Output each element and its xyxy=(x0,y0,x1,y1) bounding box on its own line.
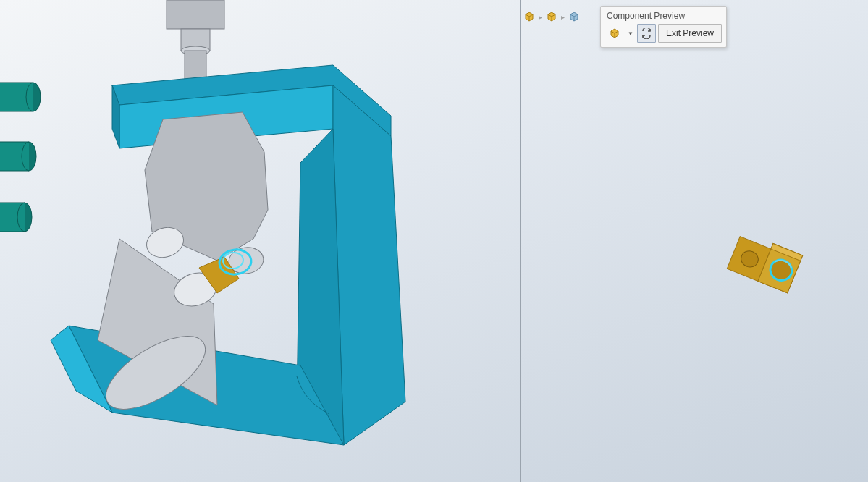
assembly-model[interactable] xyxy=(0,0,520,482)
component-preview-viewport[interactable]: ▸ ▸ Component Preview ▼ xyxy=(521,0,868,482)
pin-1[interactable] xyxy=(0,83,41,111)
preview-part[interactable] xyxy=(521,0,868,482)
svg-rect-4 xyxy=(0,142,29,171)
main-viewport[interactable] xyxy=(0,0,520,482)
svg-rect-9 xyxy=(167,0,224,29)
pin-2[interactable] xyxy=(0,142,36,171)
pin-3[interactable] xyxy=(0,203,32,232)
svg-rect-7 xyxy=(0,203,25,232)
